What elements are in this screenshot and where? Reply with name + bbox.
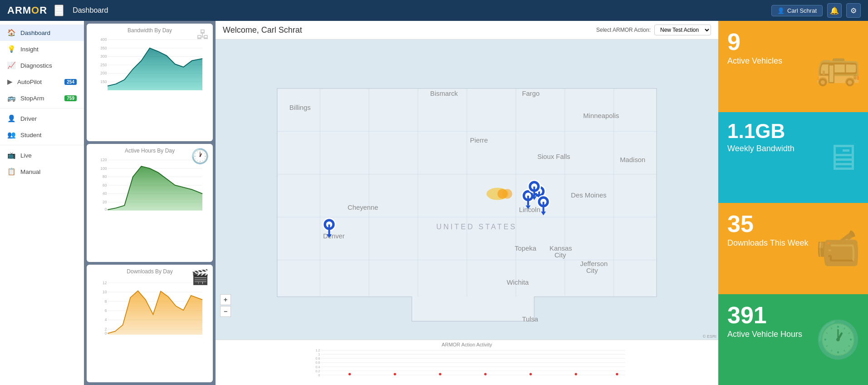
svg-text:4: 4 <box>105 317 107 322</box>
stat-hours-text: 391 Active Vehicle Hours <box>727 303 802 339</box>
svg-text:400: 400 <box>100 37 107 42</box>
dashboard-icon: 🏠 <box>7 29 16 37</box>
downloads-chart-card: Downloads By Day 🎬 12 10 8 6 <box>87 265 213 382</box>
charts-column: Bandwidth By Day 🖧 400 350 <box>84 21 216 385</box>
active-hours-chart-icon: 🕐 <box>191 148 209 165</box>
stat-bandwidth-number: 1.1GB <box>727 121 794 141</box>
stat-downloads-label: Downloads This Week <box>727 238 808 248</box>
sidebar-divider <box>0 108 84 109</box>
stat-bandwidth-icon: 🖥 <box>824 137 861 178</box>
stat-vehicles-text: 9 Active Vehicles <box>727 30 782 66</box>
activity-chart-svg: 1.2 1 0.8 0.6 0.4 0.2 0 <box>219 348 715 379</box>
downloads-chart-icon: 🎬 <box>191 268 209 286</box>
user-icon: 👤 <box>777 7 785 14</box>
sidebar-item-dashboard[interactable]: 🏠 Dashboard <box>0 25 84 41</box>
sidebar-item-live[interactable]: 📺 Live <box>0 147 84 163</box>
main-layout: 🏠 Dashboard 💡 Insight 📈 Diagnostics ▶ Au… <box>0 21 868 385</box>
esri-attribution: © ESRI <box>703 334 716 339</box>
svg-text:250: 250 <box>100 63 107 67</box>
sidebar-item-manual[interactable]: 📋 Manual <box>0 163 84 180</box>
svg-text:1: 1 <box>318 352 320 356</box>
stat-vehicles-label: Active Vehicles <box>727 56 782 66</box>
svg-text:350: 350 <box>100 46 107 50</box>
settings-icon: ⚙ <box>850 6 857 15</box>
hamburger-button[interactable]: ☰ <box>54 5 64 16</box>
sidebar-label-dashboard: Dashboard <box>20 30 50 36</box>
app-header: ARMOR ☰ Dashboard 👤 Carl Schrat 🔔 ⚙ <box>0 0 868 21</box>
sidebar-item-driver[interactable]: 👤 Driver <box>0 110 84 127</box>
sidebar-item-autopilot[interactable]: ▶ AutoPilot 254 <box>0 74 84 90</box>
sidebar-item-diagnostics[interactable]: 📈 Diagnostics <box>0 57 84 74</box>
svg-text:0: 0 <box>105 331 107 336</box>
live-icon: 📺 <box>7 151 16 159</box>
zoom-out-button[interactable]: − <box>220 306 231 317</box>
insight-icon: 💡 <box>7 45 16 53</box>
stat-vehicles-number: 9 <box>727 30 782 54</box>
svg-text:0.2: 0.2 <box>315 369 320 373</box>
svg-text:Cheyenne: Cheyenne <box>348 204 378 211</box>
svg-text:0.4: 0.4 <box>315 365 320 369</box>
stat-vehicle-hours: 391 Active Vehicle Hours 🕐 <box>718 294 868 385</box>
map-container: Billings Bismarck Fargo Minneapolis Pier… <box>216 39 718 340</box>
activity-chart: ARMOR Action Activity 1.2 1 0.8 0.6 0.4 … <box>216 340 718 385</box>
bandwidth-chart-card: Bandwidth By Day 🖧 400 350 <box>87 24 213 141</box>
stoparm-badge: 759 <box>64 95 77 101</box>
sidebar-label-diagnostics: Diagnostics <box>20 62 52 69</box>
sidebar-label-autopilot: AutoPilot <box>17 79 42 85</box>
app-logo: ARMOR <box>7 5 47 16</box>
sidebar-item-student[interactable]: 👥 Student <box>0 127 84 143</box>
svg-text:Topeka: Topeka <box>515 245 537 252</box>
sidebar-item-insight[interactable]: 💡 Insight <box>0 41 84 57</box>
svg-point-109 <box>348 373 351 375</box>
svg-point-114 <box>575 373 577 375</box>
sidebar-item-stoparm[interactable]: 🚌 StopArm 759 <box>0 90 84 106</box>
stat-hours-label: Active Vehicle Hours <box>727 330 802 339</box>
user-name: Carl Schrat <box>787 7 817 14</box>
svg-text:City: City <box>554 252 566 259</box>
action-select[interactable]: New Test Action New Action <box>654 25 711 35</box>
settings-button[interactable]: ⚙ <box>846 3 861 18</box>
bandwidth-chart-svg: 400 350 300 250 200 150 <box>90 35 209 94</box>
stat-hours-icon: 🕐 <box>815 318 861 361</box>
stat-downloads-text: 35 Downloads This Week <box>727 212 808 248</box>
map-welcome: Welcome, Carl Schrat <box>223 25 302 35</box>
autopilot-badge: 254 <box>64 79 77 85</box>
user-button[interactable]: 👤 Carl Schrat <box>771 5 823 16</box>
header-right: 👤 Carl Schrat 🔔 ⚙ <box>771 3 861 18</box>
svg-text:0.8: 0.8 <box>315 356 320 360</box>
svg-text:Denver: Denver <box>323 232 345 240</box>
svg-text:100: 100 <box>100 166 107 171</box>
svg-point-94 <box>502 189 512 199</box>
svg-text:10: 10 <box>103 290 107 294</box>
svg-text:20: 20 <box>103 200 107 204</box>
stats-column: 9 Active Vehicles 🚌 1.1GB Weekly Bandwid… <box>718 21 868 385</box>
svg-text:8: 8 <box>105 299 107 303</box>
svg-text:Kansas: Kansas <box>549 245 572 252</box>
svg-text:0: 0 <box>318 373 320 377</box>
sidebar: 🏠 Dashboard 💡 Insight 📈 Diagnostics ▶ Au… <box>0 21 84 385</box>
zoom-in-button[interactable]: + <box>220 294 231 305</box>
sidebar-label-driver: Driver <box>20 115 37 122</box>
svg-text:Tulsa: Tulsa <box>522 316 538 323</box>
notification-button[interactable]: 🔔 <box>827 3 842 18</box>
stoparm-icon: 🚌 <box>7 94 16 102</box>
svg-text:60: 60 <box>103 183 107 188</box>
svg-text:UNITED STATES: UNITED STATES <box>436 222 517 231</box>
bell-icon: 🔔 <box>830 6 839 15</box>
action-label: Select ARMOR Action: <box>596 27 651 33</box>
map-header: Welcome, Carl Schrat Select ARMOR Action… <box>216 21 718 39</box>
svg-text:Lincoln: Lincoln <box>519 206 540 213</box>
stat-downloads: 35 Downloads This Week 📹 <box>718 203 868 294</box>
stat-downloads-icon: 📹 <box>815 227 861 270</box>
svg-text:0.6: 0.6 <box>315 360 320 365</box>
svg-text:Madison: Madison <box>620 156 645 163</box>
svg-text:80: 80 <box>103 175 107 179</box>
svg-text:Billings: Billings <box>289 104 311 111</box>
bandwidth-chart-icon: 🖧 <box>196 27 209 42</box>
stat-bandwidth-label: Weekly Bandwidth <box>727 144 794 153</box>
diagnostics-icon: 📈 <box>7 61 16 69</box>
map-svg: Billings Bismarck Fargo Minneapolis Pier… <box>216 39 718 340</box>
svg-text:12: 12 <box>103 280 107 285</box>
svg-text:0: 0 <box>105 207 107 212</box>
svg-text:Wichita: Wichita <box>507 279 529 286</box>
